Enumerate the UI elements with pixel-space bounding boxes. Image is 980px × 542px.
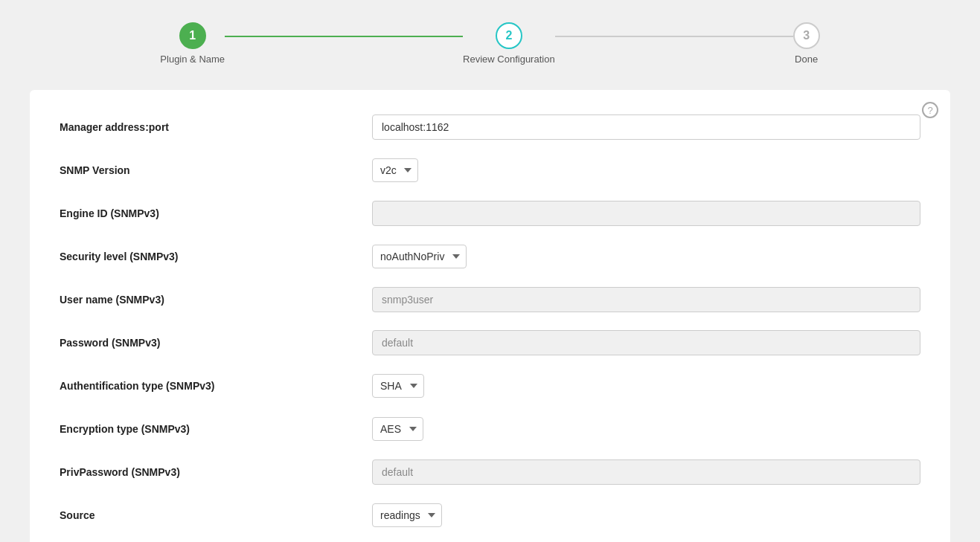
control-snmp-version: v1 v2c v3 [372, 158, 920, 182]
field-user-name: User name (SNMPv3) [60, 285, 920, 314]
select-encryption-type[interactable]: DES AES [372, 417, 423, 441]
select-auth-type[interactable]: MD5 SHA [372, 374, 424, 398]
input-priv-password[interactable] [372, 459, 920, 485]
control-encryption-type: DES AES [372, 417, 920, 441]
step-3-circle: 3 [793, 22, 820, 49]
config-card: ? Manager address:port SNMP Version v1 v… [30, 90, 950, 542]
field-source: Source readings statistics audit [60, 500, 920, 530]
control-user-name [372, 287, 920, 312]
select-security-level[interactable]: noAuthNoPriv authNoPriv authPriv [372, 245, 467, 268]
control-security-level: noAuthNoPriv authNoPriv authPriv [372, 245, 920, 268]
control-manager-address [372, 114, 920, 140]
field-snmp-version: SNMP Version v1 v2c v3 [60, 155, 920, 185]
field-engine-id: Engine ID (SNMPv3) [60, 199, 920, 228]
input-user-name[interactable] [372, 287, 920, 312]
label-source: Source [60, 509, 372, 521]
control-source: readings statistics audit [372, 503, 920, 527]
control-engine-id [372, 201, 920, 226]
label-encryption-type: Encryption type (SNMPv3) [60, 423, 372, 435]
label-priv-password: PrivPassword (SNMPv3) [60, 466, 372, 478]
field-manager-address: Manager address:port [60, 112, 920, 142]
step-line-1 [225, 36, 463, 37]
label-snmp-version: SNMP Version [60, 164, 372, 176]
label-engine-id: Engine ID (SNMPv3) [60, 207, 372, 219]
input-engine-id[interactable] [372, 201, 920, 226]
field-auth-type: Authentification type (SNMPv3) MD5 SHA [60, 371, 920, 401]
select-snmp-version[interactable]: v1 v2c v3 [372, 158, 418, 182]
field-password: Password (SNMPv3) [60, 328, 920, 358]
step-2-circle: 2 [496, 22, 522, 49]
stepper: 1 Plugin & Name 2 Review Configuration 3… [30, 15, 950, 72]
step-2-label: Review Configuration [463, 54, 555, 65]
field-priv-password: PrivPassword (SNMPv3) [60, 457, 920, 487]
step-line-2 [555, 36, 793, 37]
input-password[interactable] [372, 330, 920, 355]
select-source[interactable]: readings statistics audit [372, 503, 442, 527]
step-1-label: Plugin & Name [160, 54, 225, 65]
input-manager-address[interactable] [372, 114, 920, 140]
field-encryption-type: Encryption type (SNMPv3) DES AES [60, 414, 920, 444]
label-manager-address: Manager address:port [60, 121, 372, 133]
label-auth-type: Authentification type (SNMPv3) [60, 380, 372, 392]
step-1-circle: 1 [179, 22, 206, 49]
step-2: 2 Review Configuration [463, 22, 555, 65]
step-3-label: Done [795, 54, 818, 65]
label-security-level: Security level (SNMPv3) [60, 251, 372, 262]
control-auth-type: MD5 SHA [372, 374, 920, 398]
help-icon[interactable]: ? [922, 102, 938, 118]
step-3: 3 Done [793, 22, 820, 65]
control-priv-password [372, 459, 920, 485]
control-password [372, 330, 920, 355]
step-1: 1 Plugin & Name [160, 22, 225, 65]
label-password: Password (SNMPv3) [60, 337, 372, 349]
field-security-level: Security level (SNMPv3) noAuthNoPriv aut… [60, 242, 920, 271]
label-user-name: User name (SNMPv3) [60, 294, 372, 306]
